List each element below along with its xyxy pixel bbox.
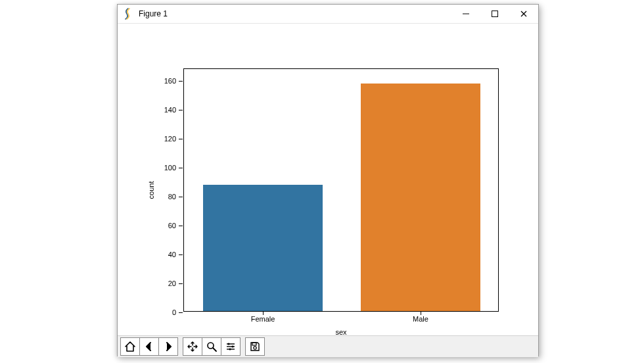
y-tick-label: 100 — [150, 164, 176, 172]
y-tick — [179, 139, 183, 139]
maximize-button[interactable] — [480, 5, 509, 23]
minimize-button[interactable] — [451, 5, 480, 23]
configure-subplots-button[interactable] — [221, 337, 241, 356]
close-button[interactable] — [509, 5, 538, 23]
back-button[interactable] — [139, 337, 159, 356]
toolbar-separator — [240, 338, 245, 355]
app-icon — [122, 7, 135, 20]
toolbar-separator — [177, 338, 183, 355]
y-tick-label: 80 — [150, 193, 176, 201]
window-title: Figure 1 — [137, 9, 168, 18]
matplotlib-toolbar — [118, 335, 538, 357]
bar-female — [203, 185, 323, 311]
svg-point-7 — [227, 343, 229, 345]
svg-point-13 — [254, 347, 256, 349]
titlebar: Figure 1 — [118, 5, 538, 24]
y-tick — [179, 197, 183, 197]
y-tick — [179, 254, 183, 255]
y-tick — [179, 283, 183, 284]
svg-rect-1 — [492, 11, 498, 17]
zoom-button[interactable] — [202, 337, 221, 356]
y-tick-label: 40 — [150, 251, 176, 258]
pan-button[interactable] — [183, 337, 202, 356]
save-button[interactable] — [245, 337, 265, 356]
svg-point-9 — [231, 345, 233, 347]
figure-canvas: count sex 020406080100120140160FemaleMal… — [118, 24, 538, 335]
y-tick-label: 140 — [150, 106, 176, 114]
forward-button[interactable] — [158, 337, 178, 356]
svg-line-5 — [213, 348, 216, 351]
y-tick-label: 20 — [150, 279, 176, 287]
svg-rect-12 — [252, 343, 256, 345]
y-tick-label: 120 — [150, 135, 176, 143]
y-tick — [179, 110, 183, 110]
y-tick — [179, 312, 183, 313]
y-tick-label: 160 — [150, 77, 176, 85]
svg-point-11 — [229, 348, 231, 350]
home-button[interactable] — [120, 337, 140, 356]
y-tick-label: 60 — [150, 222, 176, 230]
x-tick-label: Female — [251, 315, 275, 323]
x-tick-label: Male — [413, 315, 428, 323]
y-tick — [179, 81, 183, 82]
y-tick — [179, 226, 183, 226]
y-tick — [179, 168, 183, 168]
chart-axes: count sex 020406080100120140160FemaleMal… — [183, 68, 499, 312]
bar-male — [361, 84, 480, 311]
figure-window: Figure 1 count sex 02040608010012014016 — [117, 4, 539, 356]
y-tick-label: 0 — [150, 308, 176, 316]
